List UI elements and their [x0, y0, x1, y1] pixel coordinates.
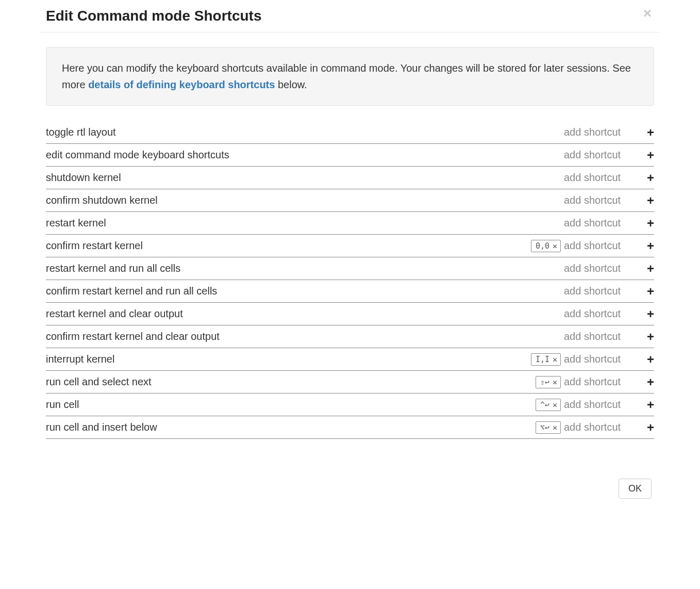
- shortcuts-dialog: Edit Command mode Shortcuts × Here you c…: [41, 0, 659, 506]
- add-shortcut-input[interactable]: add shortcut: [564, 285, 634, 297]
- add-shortcut-button[interactable]: +: [634, 239, 654, 253]
- shortcut-label: run cell: [46, 399, 536, 411]
- plus-icon: +: [647, 193, 654, 207]
- close-button[interactable]: ×: [643, 6, 652, 21]
- remove-shortcut-icon[interactable]: ✕: [553, 423, 557, 432]
- shortcut-chip[interactable]: ⇧↩✕: [536, 376, 561, 388]
- shortcut-label: confirm shutdown kernel: [46, 194, 561, 206]
- plus-icon: +: [647, 284, 654, 298]
- shortcut-row: restart kernel and clear outputadd short…: [46, 303, 654, 325]
- plus-icon: +: [647, 216, 654, 230]
- shortcut-label: restart kernel and run all cells: [46, 263, 561, 274]
- add-shortcut-input[interactable]: add shortcut: [564, 376, 634, 388]
- add-shortcut-button[interactable]: +: [634, 398, 654, 412]
- shortcut-label: run cell and insert below: [46, 421, 536, 433]
- shortcut-row: confirm shutdown kerneladd shortcut+: [46, 189, 654, 212]
- shortcut-row: restart kerneladd shortcut+: [46, 212, 654, 235]
- add-shortcut-button[interactable]: +: [634, 148, 654, 162]
- add-shortcut-input[interactable]: add shortcut: [564, 240, 634, 252]
- add-shortcut-button[interactable]: +: [634, 375, 654, 389]
- chip-text: ⌥↩: [540, 423, 549, 432]
- remove-shortcut-icon[interactable]: ✕: [553, 400, 557, 410]
- fade-overlay: [41, 455, 659, 471]
- shortcut-row: confirm restart kernel and run all cells…: [46, 280, 654, 303]
- chip-text: ^↩: [540, 400, 549, 410]
- shortcut-row: run cell and insert below⌥↩✕add shortcut…: [46, 416, 654, 439]
- shortcut-row: shutdown kerneladd shortcut+: [46, 167, 654, 189]
- shortcut-row: edit command mode keyboard shortcutsadd …: [46, 144, 654, 167]
- add-shortcut-button[interactable]: +: [634, 352, 654, 367]
- shortcut-row: confirm restart kernel and clear outputa…: [46, 325, 654, 348]
- add-shortcut-button[interactable]: +: [634, 125, 654, 140]
- plus-icon: +: [647, 398, 654, 412]
- add-shortcut-input[interactable]: add shortcut: [564, 194, 634, 206]
- add-shortcut-input[interactable]: add shortcut: [564, 126, 634, 138]
- add-shortcut-input[interactable]: add shortcut: [564, 172, 634, 184]
- shortcut-chip[interactable]: 0,0✕: [531, 240, 561, 252]
- plus-icon: +: [647, 420, 654, 434]
- dialog-footer: OK: [41, 471, 659, 506]
- add-shortcut-input[interactable]: add shortcut: [564, 399, 634, 411]
- shortcut-row: interrupt kernelI,I✕add shortcut+: [46, 348, 654, 371]
- chip-text: ⇧↩: [540, 378, 549, 387]
- plus-icon: +: [647, 125, 654, 139]
- add-shortcut-button[interactable]: +: [634, 307, 654, 321]
- shortcut-row: run cell and select next⇧↩✕add shortcut+: [46, 371, 654, 394]
- plus-icon: +: [647, 375, 654, 389]
- plus-icon: +: [647, 261, 654, 275]
- shortcut-row: restart kernel and run all cellsadd shor…: [46, 257, 654, 280]
- dialog-header: Edit Command mode Shortcuts ×: [41, 0, 659, 32]
- add-shortcut-button[interactable]: +: [634, 171, 654, 185]
- add-shortcut-button[interactable]: +: [634, 284, 654, 299]
- shortcut-chip[interactable]: ⌥↩✕: [536, 421, 561, 434]
- plus-icon: +: [647, 148, 654, 162]
- info-panel: Here you can modify the keyboard shortcu…: [46, 47, 654, 106]
- details-link[interactable]: details of defining keyboard shortcuts: [88, 79, 275, 90]
- add-shortcut-input[interactable]: add shortcut: [564, 308, 634, 320]
- plus-icon: +: [647, 352, 654, 366]
- shortcut-chips: ^↩✕: [536, 399, 561, 411]
- remove-shortcut-icon[interactable]: ✕: [553, 241, 557, 251]
- shortcut-chips: 0,0✕: [531, 240, 561, 252]
- shortcut-label: run cell and select next: [46, 376, 536, 388]
- shortcut-label: edit command mode keyboard shortcuts: [46, 149, 561, 161]
- shortcut-row: confirm restart kernel0,0✕add shortcut+: [46, 235, 654, 257]
- shortcut-row: toggle rtl layoutadd shortcut+: [46, 121, 654, 144]
- add-shortcut-input[interactable]: add shortcut: [564, 149, 634, 161]
- plus-icon: +: [647, 307, 654, 321]
- add-shortcut-button[interactable]: +: [634, 420, 654, 435]
- add-shortcut-input[interactable]: add shortcut: [564, 263, 634, 274]
- shortcut-label: shutdown kernel: [46, 172, 561, 184]
- shortcut-label: interrupt kernel: [46, 353, 531, 365]
- remove-shortcut-icon[interactable]: ✕: [553, 378, 557, 387]
- ok-button[interactable]: OK: [619, 479, 652, 499]
- chip-text: 0,0: [536, 241, 549, 251]
- shortcut-label: confirm restart kernel: [46, 240, 531, 252]
- shortcut-chips: I,I✕: [531, 353, 561, 366]
- add-shortcut-button[interactable]: +: [634, 216, 654, 231]
- plus-icon: +: [647, 239, 654, 253]
- shortcut-label: toggle rtl layout: [46, 126, 561, 138]
- remove-shortcut-icon[interactable]: ✕: [553, 355, 557, 364]
- add-shortcut-button[interactable]: +: [634, 261, 654, 276]
- dialog-title: Edit Command mode Shortcuts: [46, 8, 652, 24]
- shortcut-label: confirm restart kernel and run all cells: [46, 285, 561, 297]
- shortcut-chips: ⇧↩✕: [536, 376, 561, 388]
- shortcut-chip[interactable]: ^↩✕: [536, 399, 561, 411]
- chip-text: I,I: [536, 355, 549, 364]
- add-shortcut-input[interactable]: add shortcut: [564, 421, 634, 433]
- add-shortcut-input[interactable]: add shortcut: [564, 331, 634, 342]
- shortcut-list: toggle rtl layoutadd shortcut+edit comma…: [46, 121, 654, 439]
- shortcut-chip[interactable]: I,I✕: [531, 353, 561, 366]
- add-shortcut-input[interactable]: add shortcut: [564, 217, 634, 229]
- shortcut-label: restart kernel and clear output: [46, 308, 561, 320]
- plus-icon: +: [647, 330, 654, 343]
- add-shortcut-button[interactable]: +: [634, 193, 654, 208]
- info-text-after: below.: [275, 79, 307, 90]
- dialog-body: Here you can modify the keyboard shortcu…: [41, 32, 659, 471]
- plus-icon: +: [647, 171, 654, 185]
- add-shortcut-button[interactable]: +: [634, 330, 654, 344]
- add-shortcut-input[interactable]: add shortcut: [564, 353, 634, 365]
- shortcut-label: restart kernel: [46, 217, 561, 229]
- shortcut-label: confirm restart kernel and clear output: [46, 331, 561, 342]
